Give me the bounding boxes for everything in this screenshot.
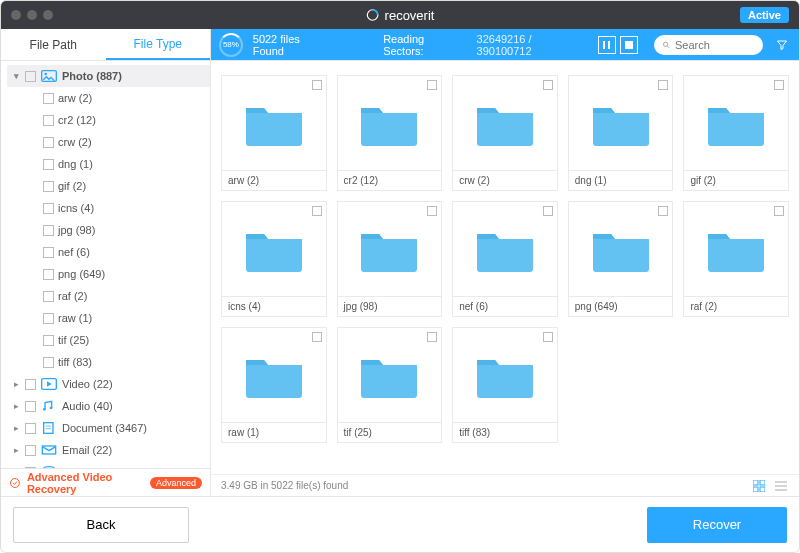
checkbox[interactable] [43, 313, 54, 324]
tree-item-audio[interactable]: ▸ Audio (40) [7, 395, 210, 417]
folder-item[interactable]: raw (1) [221, 327, 327, 443]
folder-item[interactable]: cr2 (12) [337, 75, 443, 191]
search-box[interactable] [654, 35, 763, 55]
checkbox[interactable] [312, 206, 322, 216]
checkbox[interactable] [543, 80, 553, 90]
checkbox[interactable] [427, 332, 437, 342]
checkbox[interactable] [658, 80, 668, 90]
checkbox[interactable] [312, 80, 322, 90]
stop-button[interactable] [620, 36, 638, 54]
checkbox[interactable] [43, 357, 54, 368]
reading-value: 32649216 / 390100712 [477, 33, 589, 57]
checkbox[interactable] [658, 206, 668, 216]
folder-item[interactable]: icns (4) [221, 201, 327, 317]
status-text: 3.49 GB in 5022 file(s) found [221, 480, 348, 491]
checkbox[interactable] [43, 137, 54, 148]
tree-label: dng (1) [58, 158, 93, 170]
checkbox[interactable] [774, 206, 784, 216]
checkbox[interactable] [43, 291, 54, 302]
folder-item[interactable]: arw (2) [221, 75, 327, 191]
checkbox[interactable] [312, 332, 322, 342]
tab-file-path[interactable]: File Path [1, 29, 106, 60]
checkbox[interactable] [43, 269, 54, 280]
search-input[interactable] [675, 39, 755, 51]
folder-item[interactable]: dng (1) [568, 75, 674, 191]
checkbox[interactable] [25, 423, 36, 434]
folder-label: dng (1) [569, 170, 673, 190]
tree-item-child[interactable]: gif (2) [7, 175, 210, 197]
folder-item[interactable]: png (649) [568, 201, 674, 317]
folder-label: crw (2) [453, 170, 557, 190]
tree-item-child[interactable]: tif (25) [7, 329, 210, 351]
caret-down-icon: ▾ [11, 71, 21, 81]
tree-item-child[interactable]: raf (2) [7, 285, 210, 307]
checkbox[interactable] [25, 379, 36, 390]
folder-item[interactable]: nef (6) [452, 201, 558, 317]
close-dot[interactable] [11, 10, 21, 20]
recover-button[interactable]: Recover [647, 507, 787, 543]
checkbox[interactable] [43, 159, 54, 170]
checkbox[interactable] [43, 247, 54, 258]
document-icon [40, 421, 58, 435]
view-toggle [751, 478, 789, 494]
tree-item-child[interactable]: raw (1) [7, 307, 210, 329]
min-dot[interactable] [27, 10, 37, 20]
checkbox[interactable] [427, 206, 437, 216]
tree-item-photo[interactable]: ▾ Photo (887) [7, 65, 210, 87]
caret-right-icon: ▸ [11, 379, 21, 389]
folder-icon [684, 202, 788, 296]
checkbox[interactable] [43, 335, 54, 346]
grid-view-icon [753, 480, 765, 492]
checkbox[interactable] [43, 203, 54, 214]
tree-item-child[interactable]: tiff (83) [7, 351, 210, 373]
folder-item[interactable]: tif (25) [337, 327, 443, 443]
pause-button[interactable] [598, 36, 616, 54]
back-button[interactable]: Back [13, 507, 189, 543]
checkbox[interactable] [774, 80, 784, 90]
folder-item[interactable]: crw (2) [452, 75, 558, 191]
folder-label: cr2 (12) [338, 170, 442, 190]
tree-label: png (649) [58, 268, 105, 280]
audio-icon [40, 399, 58, 413]
checkbox[interactable] [43, 225, 54, 236]
tree-item-child[interactable]: jpg (98) [7, 219, 210, 241]
max-dot[interactable] [43, 10, 53, 20]
tree-item-child[interactable]: dng (1) [7, 153, 210, 175]
image-icon [40, 69, 58, 83]
folder-item[interactable]: tiff (83) [452, 327, 558, 443]
grid-view-button[interactable] [751, 478, 767, 494]
topbar: File Path File Type 58% 5022 files Found… [1, 29, 799, 61]
advanced-video-recovery[interactable]: Advanced Video Recovery Advanced [1, 468, 210, 496]
checkbox[interactable] [427, 80, 437, 90]
tree-label: tiff (83) [58, 356, 92, 368]
tree-item-video[interactable]: ▸ Video (22) [7, 373, 210, 395]
folder-item[interactable]: jpg (98) [337, 201, 443, 317]
tree-label: raf (2) [58, 290, 87, 302]
tab-file-type[interactable]: File Type [106, 29, 211, 60]
checkbox[interactable] [25, 401, 36, 412]
folder-item[interactable]: raf (2) [683, 201, 789, 317]
tree-item-child[interactable]: icns (4) [7, 197, 210, 219]
filter-button[interactable] [773, 39, 791, 51]
list-view-button[interactable] [773, 478, 789, 494]
body: ▾ Photo (887) arw (2) cr2 (12) crw (2) d… [1, 61, 799, 496]
checkbox[interactable] [25, 445, 36, 456]
folder-item[interactable]: gif (2) [683, 75, 789, 191]
checkbox[interactable] [43, 93, 54, 104]
tree-item-child[interactable]: cr2 (12) [7, 109, 210, 131]
checkbox[interactable] [43, 115, 54, 126]
brand: recoverit [366, 8, 435, 23]
tree-item-child[interactable]: crw (2) [7, 131, 210, 153]
checkbox[interactable] [543, 332, 553, 342]
email-icon [40, 443, 58, 457]
svg-rect-20 [760, 487, 765, 492]
tree-item-child[interactable]: nef (6) [7, 241, 210, 263]
checkbox[interactable] [43, 181, 54, 192]
checkbox[interactable] [543, 206, 553, 216]
tree-item-email[interactable]: ▸ Email (22) [7, 439, 210, 461]
tree-item-child[interactable]: png (649) [7, 263, 210, 285]
checkbox[interactable] [25, 71, 36, 82]
tree-item-document[interactable]: ▸ Document (3467) [7, 417, 210, 439]
tree-item-child[interactable]: arw (2) [7, 87, 210, 109]
svg-rect-18 [760, 480, 765, 485]
